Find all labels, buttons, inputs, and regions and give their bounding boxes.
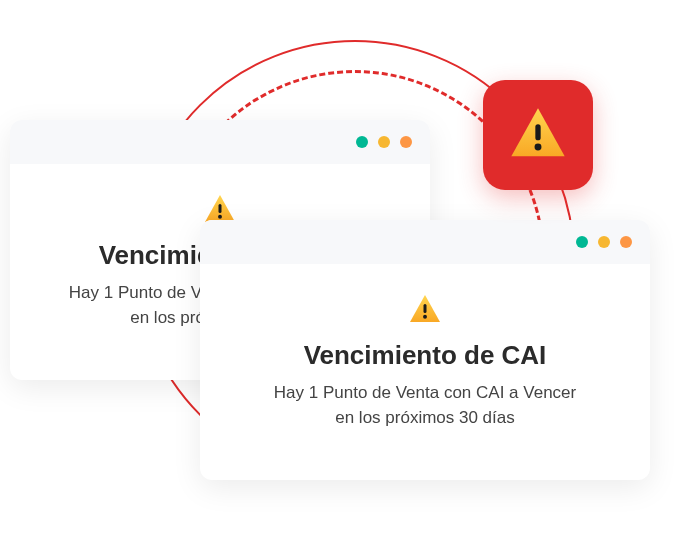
warning-icon [506,103,570,167]
alert-body: Hay 1 Punto de Venta con CAI a Vencer en… [265,381,585,430]
svg-rect-0 [219,204,222,213]
traffic-light-orange [620,236,632,248]
traffic-light-yellow [598,236,610,248]
alert-window-front: Vencimiento de CAI Hay 1 Punto de Venta … [200,220,650,480]
svg-rect-2 [424,304,427,313]
traffic-light-orange [400,136,412,148]
window-body: Vencimiento de CAI Hay 1 Punto de Venta … [200,264,650,458]
svg-point-5 [535,144,542,151]
traffic-light-green [576,236,588,248]
traffic-light-yellow [378,136,390,148]
window-titlebar [10,120,430,164]
window-titlebar [200,220,650,264]
svg-point-3 [423,315,427,319]
svg-rect-4 [535,124,540,140]
svg-point-1 [218,215,222,219]
traffic-light-green [356,136,368,148]
alert-badge [483,80,593,190]
alert-title: Vencimiento de CAI [304,340,547,371]
warning-icon [407,292,443,328]
